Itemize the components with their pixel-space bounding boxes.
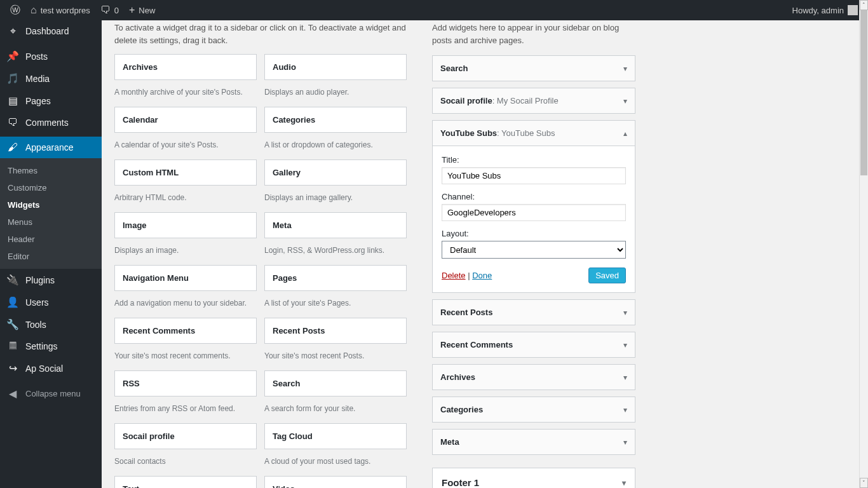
available-widgets: To activate a widget drag it to a sideba… [114, 20, 407, 488]
available-widget-desc: Socail contacts [114, 449, 257, 476]
widget-header[interactable]: Search▾ [433, 56, 635, 81]
available-widget[interactable]: RSS [114, 370, 257, 396]
submenu-menus[interactable]: Menus [0, 214, 102, 231]
available-widget[interactable]: Recent Posts [264, 318, 407, 344]
available-widget[interactable]: Audio [264, 54, 407, 80]
widget-title: Categories [440, 405, 483, 414]
available-widget-desc: A list or dropdown of categories. [264, 133, 407, 159]
menu-comments[interactable]: 🗨Comments [0, 112, 102, 133]
menu-media[interactable]: 🎵Media [0, 67, 102, 90]
scroll-track[interactable] [860, 10, 868, 478]
submenu-customize[interactable]: Customize [0, 179, 102, 196]
done-link[interactable]: Done [472, 271, 492, 280]
saved-button[interactable]: Saved [588, 268, 626, 283]
available-widget[interactable]: Custom HTML [114, 159, 257, 186]
submenu-widgets[interactable]: Widgets [0, 196, 102, 214]
avatar [848, 5, 858, 15]
available-widget[interactable]: Socail profile [114, 423, 257, 449]
wp-logo[interactable]: ⓦ [5, 0, 25, 20]
sidebar-widget: Socail profile: My Socail Profile▾ [432, 88, 635, 114]
site-name: test wordpres [41, 6, 90, 15]
available-widget-desc: Your site's most recent comments. [114, 344, 257, 370]
new-link[interactable]: +New [124, 0, 160, 20]
available-widget[interactable]: Gallery [264, 159, 407, 186]
comment-icon: 🗨 [6, 117, 19, 128]
widget-header[interactable]: Meta▾ [433, 430, 635, 454]
available-widget[interactable]: Video [264, 476, 407, 488]
available-widget[interactable]: Meta [264, 212, 407, 238]
layout-label: Layout: [442, 229, 626, 238]
collapse-icon: ◀ [6, 388, 19, 400]
scrollbar[interactable]: ˄ ˅ [859, 0, 868, 488]
plug-icon: 🔌 [6, 274, 19, 286]
footer-area-header[interactable]: Footer 1 ▾ [433, 468, 635, 488]
wordpress-icon: ⓦ [10, 4, 20, 17]
available-widget[interactable]: Categories [264, 107, 407, 133]
menu-ap-social[interactable]: ↪Ap Social [0, 357, 102, 379]
menu-posts[interactable]: 📌Posts [0, 45, 102, 67]
brush-icon: 🖌 [6, 142, 19, 153]
submenu-appearance: Themes Customize Widgets Menus Header Ed… [0, 158, 102, 269]
collapse-menu[interactable]: ◀Collapse menu [0, 383, 102, 405]
channel-input[interactable] [442, 204, 626, 221]
comment-icon: 🗨 [100, 4, 111, 16]
menu-appearance[interactable]: 🖌Appearance [0, 137, 102, 158]
pin-icon: 📌 [6, 50, 19, 62]
available-widget[interactable]: Image [114, 212, 257, 238]
available-widget[interactable]: Archives [114, 54, 257, 80]
menu-pages[interactable]: ▤Pages [0, 90, 102, 112]
menu-tools[interactable]: 🔧Tools [0, 313, 102, 336]
widget-header[interactable]: Socail profile: My Socail Profile▾ [433, 88, 635, 113]
available-widget[interactable]: Pages [264, 265, 407, 291]
submenu-editor[interactable]: Editor [0, 248, 102, 265]
howdy-text: Howdy, admin [792, 6, 844, 15]
admin-menu: ⌖Dashboard 📌Posts 🎵Media ▤Pages 🗨Comment… [0, 20, 102, 488]
available-widget-desc: Arbitrary HTML code. [114, 186, 257, 212]
delete-link[interactable]: Delete [442, 271, 466, 280]
chevron-down-icon: ▾ [623, 308, 627, 317]
widget-header[interactable]: Recent Posts▾ [433, 300, 635, 325]
sliders-icon: 𝄜 [6, 341, 19, 352]
available-widget[interactable]: Text [114, 476, 257, 488]
widget-header[interactable]: Archives▾ [433, 365, 635, 390]
available-widget[interactable]: Navigation Menu [114, 265, 257, 291]
widget-title: Search [440, 64, 468, 73]
available-widget-desc: Entries from any RSS or Atom feed. [114, 396, 257, 423]
chevron-down-icon: ▾ [622, 478, 626, 487]
chevron-up-icon: ▴ [623, 129, 627, 138]
site-link[interactable]: ⌂test wordpres [25, 0, 95, 20]
scroll-up-button[interactable]: ˄ [860, 0, 868, 10]
available-widget[interactable]: Tag Cloud [264, 423, 407, 449]
sidebar-widgets-area: Add widgets here to appear in your sideb… [432, 20, 635, 488]
available-widget-desc: Displays an image gallery. [264, 186, 407, 212]
account-link[interactable]: Howdy, admin [787, 0, 863, 20]
available-widget[interactable]: Search [264, 370, 407, 396]
chevron-down-icon: ▾ [623, 405, 627, 414]
chevron-down-icon: ▾ [623, 97, 627, 105]
menu-users[interactable]: 👤Users [0, 291, 102, 313]
widget-header[interactable]: YouTube Subs: YouTube Subs ▴ [433, 121, 635, 146]
dashboard-icon: ⌖ [6, 25, 19, 37]
submenu-header[interactable]: Header [0, 231, 102, 248]
widget-title: Recent Comments [440, 340, 513, 349]
scroll-thumb[interactable] [860, 10, 867, 175]
widget-title: YouTube Subs [440, 128, 497, 138]
share-icon: ↪ [6, 362, 19, 374]
widget-title: Archives [440, 372, 475, 382]
widget-header[interactable]: Recent Comments▾ [433, 332, 635, 357]
scroll-down-button[interactable]: ˅ [860, 478, 868, 488]
menu-settings[interactable]: 𝄜Settings [0, 336, 102, 357]
comments-link[interactable]: 🗨0 [95, 0, 124, 20]
available-widget-desc: Login, RSS, & WordPress.org links. [264, 238, 407, 265]
menu-dashboard[interactable]: ⌖Dashboard [0, 20, 102, 42]
widget-header[interactable]: Categories▾ [433, 397, 635, 422]
available-widget[interactable]: Recent Comments [114, 318, 257, 344]
submenu-themes[interactable]: Themes [0, 162, 102, 179]
media-icon: 🎵 [6, 72, 19, 85]
available-widget[interactable]: Calendar [114, 107, 257, 133]
menu-plugins[interactable]: 🔌Plugins [0, 269, 102, 291]
layout-select[interactable]: Default [442, 241, 626, 259]
widget-subtitle: : YouTube Subs [497, 128, 555, 138]
available-widget-desc: Add a navigation menu to your sidebar. [114, 291, 257, 318]
title-input[interactable] [442, 167, 626, 184]
